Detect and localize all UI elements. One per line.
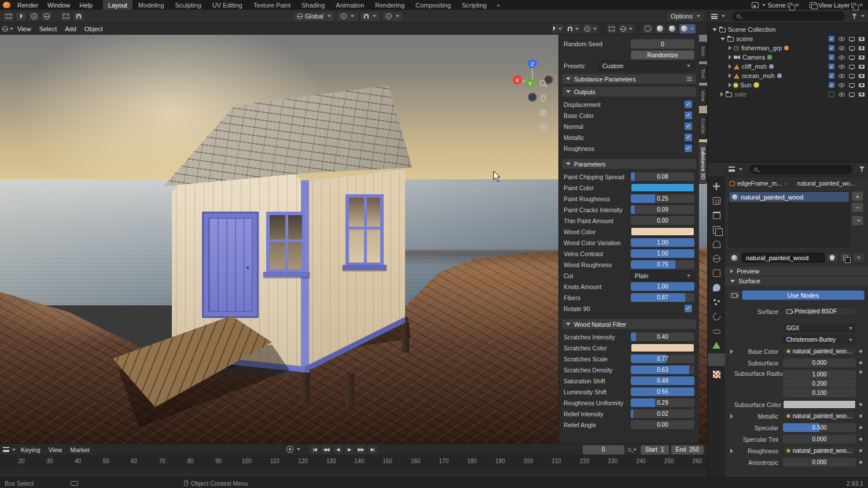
end-frame-field[interactable]: End 250 xyxy=(671,445,704,454)
cut-dropdown[interactable]: Plain xyxy=(631,271,694,280)
properties-tab-modifiers[interactable] xyxy=(708,281,725,294)
view-layer-name[interactable]: View Layer xyxy=(818,2,849,9)
eye-icon[interactable] xyxy=(838,56,845,60)
workspace-tab-layout[interactable]: Layout xyxy=(103,0,133,10)
copy-material-button[interactable] xyxy=(840,253,851,263)
keying-set-button[interactable] xyxy=(627,445,638,454)
subsurface-radius-field-0[interactable]: 1.000 xyxy=(783,370,856,379)
slot-specials-button[interactable] xyxy=(852,216,863,225)
ggx-dropdown[interactable]: GGX xyxy=(783,324,856,332)
relief-intensity-slider[interactable]: 0.02 xyxy=(631,409,694,418)
sidebar-tab-substance-3d[interactable]: Substance 3D xyxy=(699,142,707,184)
subsurface-radius-field-2[interactable]: 0.100 xyxy=(783,389,856,397)
outliner-row-sun[interactable]: Sun xyxy=(708,80,868,90)
move-tool-button[interactable] xyxy=(28,12,39,21)
wood-roughness-slider[interactable]: 0.75 xyxy=(631,260,694,269)
options-dropdown[interactable]: Options xyxy=(667,12,704,21)
workspace-tab-compositing[interactable]: Compositing xyxy=(410,0,457,10)
preview-panel-header[interactable]: Preview xyxy=(725,266,868,276)
base-color-texture-field[interactable]: natural_painted_wood_4 xyxy=(783,347,856,356)
exclude-checkbox[interactable] xyxy=(829,45,834,51)
outliner-row-cliff-msh[interactable]: cliff_msh xyxy=(708,62,868,71)
metallic-texture-field[interactable]: natural_painted_wood_4 xyxy=(783,412,856,420)
remove-slot-button[interactable]: − xyxy=(852,202,863,212)
sidebar-tab-item[interactable]: Item xyxy=(699,42,707,61)
browse-material-button[interactable] xyxy=(729,253,740,263)
workspace-tab-scripting[interactable]: Scripting xyxy=(457,0,492,10)
camera-toggle-icon[interactable] xyxy=(859,83,865,87)
zoom-button[interactable] xyxy=(538,79,549,89)
camera-toggle-icon[interactable] xyxy=(859,93,865,97)
play-reverse-button[interactable]: ◀ xyxy=(333,445,343,454)
veins-contrast-slider[interactable]: 1.00 xyxy=(631,249,694,258)
filter-icon[interactable] xyxy=(859,167,865,172)
camera-toggle-icon[interactable] xyxy=(859,56,865,60)
thin-paint-amount-slider[interactable]: 0.00 xyxy=(631,216,694,225)
properties-tab-constraints[interactable] xyxy=(708,324,725,337)
monitor-icon[interactable] xyxy=(849,83,855,87)
camera-view-button[interactable] xyxy=(538,108,549,118)
scratches-density-slider[interactable]: 0.63 xyxy=(631,365,694,374)
shading-material-button[interactable] xyxy=(667,24,677,34)
properties-tab-material[interactable] xyxy=(708,353,725,366)
properties-tab-output[interactable] xyxy=(708,209,725,221)
properties-search-input[interactable] xyxy=(749,165,852,174)
eye-icon[interactable] xyxy=(838,93,845,97)
roughness-uniformity-slider[interactable]: 0.29 xyxy=(631,398,694,407)
material-name-field[interactable]: natural_painted_wood xyxy=(742,253,825,263)
knots-amount-slider[interactable]: 1.00 xyxy=(631,282,694,291)
exclude-checkbox[interactable] xyxy=(829,54,834,60)
outliner-search-input[interactable] xyxy=(732,12,845,21)
panel-menu-icon[interactable] xyxy=(687,77,692,81)
surface-panel-header[interactable]: Surface xyxy=(725,276,868,286)
properties-tab-render[interactable] xyxy=(708,194,725,207)
breadcrumb-edgeframe-m[interactable]: edgeFrame_m... xyxy=(730,180,782,187)
outliner-row-camera[interactable]: Camera xyxy=(708,53,868,62)
paint-color-swatch[interactable] xyxy=(631,183,694,192)
disclosure-icon[interactable] xyxy=(729,83,731,87)
properties-editor-icon[interactable] xyxy=(729,167,735,172)
properties-tab-tool[interactable] xyxy=(708,180,725,193)
camera-toggle-icon[interactable] xyxy=(859,37,865,41)
disclosure-icon[interactable] xyxy=(729,55,731,60)
shading-solid-button[interactable] xyxy=(655,24,665,34)
select-mode-button[interactable] xyxy=(551,24,564,34)
subsurface-radius-field-1[interactable]: 0.200 xyxy=(783,379,856,388)
disclosure-icon[interactable] xyxy=(729,46,731,50)
properties-tab-object[interactable] xyxy=(708,267,725,279)
normal-checkbox[interactable] xyxy=(685,123,692,130)
monitor-icon[interactable] xyxy=(849,74,855,78)
timeline-ruler[interactable]: 2030405060708090100110120130140150160170… xyxy=(0,456,707,468)
outputs-header[interactable]: Outputs xyxy=(562,87,696,97)
add-slot-button[interactable]: + xyxy=(852,191,863,201)
next-keyframe-button[interactable]: ▶▶ xyxy=(356,445,366,454)
nodes-icon-button[interactable] xyxy=(729,290,740,300)
pan-hand-button[interactable] xyxy=(538,93,549,103)
eye-icon[interactable] xyxy=(838,65,845,69)
scratches-color-swatch[interactable] xyxy=(631,343,694,352)
exclude-checkbox[interactable] xyxy=(829,73,834,79)
add-workspace-button[interactable]: + xyxy=(492,0,505,10)
toggle-ortho-button[interactable] xyxy=(538,122,549,132)
exclude-checkbox[interactable] xyxy=(829,64,834,69)
roughness-checkbox[interactable] xyxy=(685,145,692,152)
scene-browse-icon[interactable] xyxy=(752,2,759,8)
specular-slider[interactable]: 0.500 xyxy=(783,423,856,432)
sidebar-tab-scatter[interactable]: Scatter xyxy=(699,113,707,139)
blender-logo-icon[interactable] xyxy=(3,2,10,8)
base-color-checkbox[interactable] xyxy=(685,112,692,119)
jump-to-start-button[interactable]: |◀ xyxy=(310,445,319,454)
menu-help[interactable]: Help xyxy=(75,0,97,10)
eye-icon[interactable] xyxy=(838,83,845,87)
workspace-tab-texture-paint[interactable]: Texture Paint xyxy=(248,0,296,10)
fake-user-button[interactable] xyxy=(826,253,838,263)
show-gizmo-button[interactable] xyxy=(607,24,616,34)
properties-tab-particles[interactable] xyxy=(708,295,725,308)
start-frame-field[interactable]: Start 1 xyxy=(641,445,669,454)
rotate-90-checkbox[interactable] xyxy=(685,305,692,312)
transform-orientation-dropdown[interactable]: Global xyxy=(293,12,335,21)
unlink-material-button[interactable]: ✕ xyxy=(853,253,865,263)
sidebar-tab-tool[interactable]: Tool xyxy=(699,64,707,83)
wood-color-variation-slider[interactable]: 1.00 xyxy=(631,238,694,247)
randomize-button[interactable]: Randomize xyxy=(631,50,694,60)
